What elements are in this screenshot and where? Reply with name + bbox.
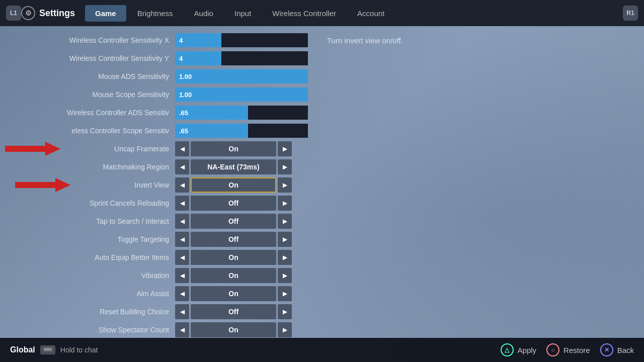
label-wc-scope: eless Controller Scope Sensitiv [4, 127, 175, 135]
tab-brightness[interactable]: Brightness [127, 5, 183, 22]
label-sprint-cancel: Sprint Cancels Reloading [4, 199, 175, 207]
main-content: Wireless Controller Sensitivity X 4 Wire… [0, 26, 644, 338]
restore-label: Restore [564, 346, 590, 354]
slider-wcs-x[interactable]: 4 [175, 33, 308, 47]
tab-input[interactable]: Input [224, 5, 261, 22]
apply-button[interactable]: △ Apply [501, 343, 537, 356]
arrow-left-uncap[interactable]: ◀ [175, 141, 189, 156]
label-show-spectator: Show Spectator Count [4, 326, 175, 334]
arrow-right-reset-building[interactable]: ▶ [278, 304, 292, 319]
row-show-spectator: Show Spectator Count ◀ On ▶ [0, 321, 312, 338]
label-tap-search: Tap to Search / Interact [4, 217, 175, 225]
settings-panel: Wireless Controller Sensitivity X 4 Wire… [0, 26, 312, 338]
global-label: Global [10, 345, 35, 354]
arrow-right-toggle-target[interactable]: ▶ [278, 232, 292, 247]
toggle-sprint-cancel: ◀ Off ▶ [175, 196, 292, 211]
hold-chat-text: Hold to chat [60, 346, 98, 354]
label-matchmaking: Matchmaking Region [4, 163, 175, 171]
row-wcs-x: Wireless Controller Sensitivity X 4 [0, 31, 312, 49]
arrow-right-sprint-cancel[interactable]: ▶ [278, 196, 292, 211]
chat-icon [40, 345, 55, 354]
chat-icon-svg [43, 347, 53, 353]
apply-label: Apply [518, 346, 537, 354]
label-auto-equip: Auto Equip Better Items [4, 253, 175, 261]
toggle-vibration: ◀ On ▶ [175, 268, 292, 283]
arrow-left-invert-view[interactable]: ◀ [175, 177, 189, 193]
toggle-invert-view: ◀ On ▶ [175, 177, 292, 193]
arrow-right-vibration[interactable]: ▶ [278, 268, 292, 283]
value-vibration: On [191, 268, 276, 283]
arrow-left-tap-search[interactable]: ◀ [175, 214, 189, 229]
arrow-left-matchmaking[interactable]: ◀ [175, 159, 189, 174]
row-mouse-ads: Mouse ADS Sensitivity 1.00 [0, 67, 312, 85]
bottom-left: Global Hold to chat [10, 345, 501, 354]
info-text: Turn invert view on/off. [327, 36, 629, 45]
arrow-left-auto-equip[interactable]: ◀ [175, 250, 189, 265]
label-wcs-y: Wireless Controller Sensitivity Y [4, 54, 175, 62]
toggle-auto-equip: ◀ On ▶ [175, 250, 292, 265]
slider-fill-wc-scope: .65 [175, 124, 248, 138]
app-logo: ⚙ Settings [21, 6, 75, 20]
l1-badge[interactable]: L1 [6, 6, 21, 21]
slider-fill-mouse-scope: 1.00 [175, 87, 308, 102]
top-nav: L1 ⚙ Settings Game Brightness Audio Inpu… [0, 0, 644, 26]
toggle-aim-assist: ◀ On ▶ [175, 286, 292, 301]
nav-tabs: Game Brightness Audio Input Wireless Con… [85, 5, 623, 22]
row-tap-search: Tap to Search / Interact ◀ Off ▶ [0, 212, 312, 230]
value-toggle-target: Off [191, 232, 276, 247]
back-button[interactable]: ✕ Back [600, 343, 634, 356]
slider-mouse-scope[interactable]: 1.00 [175, 87, 308, 102]
r1-badge[interactable]: R1 [623, 6, 638, 21]
slider-wc-ads[interactable]: .65 [175, 106, 308, 120]
arrow-right-tap-search[interactable]: ▶ [278, 214, 292, 229]
arrow-right-show-spectator[interactable]: ▶ [278, 322, 292, 337]
arrow-right-invert-view[interactable]: ▶ [278, 177, 292, 193]
label-wc-ads: Wireless Controller ADS Sensitiv [4, 109, 175, 117]
tab-wireless-controller[interactable]: Wireless Controller [262, 5, 346, 22]
arrow-left-toggle-target[interactable]: ◀ [175, 232, 189, 247]
circle-btn: ○ [546, 343, 559, 356]
arrow-left-sprint-cancel[interactable]: ◀ [175, 196, 189, 211]
value-aim-assist: On [191, 286, 276, 301]
restore-button[interactable]: ○ Restore [546, 343, 590, 356]
label-aim-assist: Aim Assist [4, 290, 175, 298]
arrow-left-vibration[interactable]: ◀ [175, 268, 189, 283]
label-mouse-ads: Mouse ADS Sensitivity [4, 72, 175, 80]
slider-mouse-ads[interactable]: 1.00 [175, 69, 308, 83]
value-invert-view: On [191, 177, 276, 193]
slider-fill-mouse-ads: 1.00 [175, 69, 308, 83]
slider-wcs-y[interactable]: 4 [175, 51, 308, 65]
label-reset-building: Reset Building Choice [4, 308, 175, 316]
bottom-bar: Global Hold to chat △ Apply ○ Restore [0, 338, 644, 362]
slider-fill-wcs-y: 4 [175, 51, 221, 65]
arrow-left-aim-assist[interactable]: ◀ [175, 286, 189, 301]
toggle-uncap: ◀ On ▶ [175, 141, 292, 156]
row-wc-ads: Wireless Controller ADS Sensitiv .65 [0, 104, 312, 122]
row-matchmaking: Matchmaking Region ◀ NA-East (73ms) ▶ [0, 158, 312, 176]
cross-btn: ✕ [600, 343, 613, 356]
tab-game[interactable]: Game [85, 5, 126, 22]
arrow-right-uncap[interactable]: ▶ [278, 141, 292, 156]
label-toggle-target: Toggle Targeting [4, 235, 175, 243]
arrow-right-matchmaking[interactable]: ▶ [278, 159, 292, 174]
toggle-matchmaking: ◀ NA-East (73ms) ▶ [175, 159, 292, 174]
arrow-left-reset-building[interactable]: ◀ [175, 304, 189, 319]
slider-wc-scope[interactable]: .65 [175, 124, 308, 138]
row-auto-equip: Auto Equip Better Items ◀ On ▶ [0, 248, 312, 266]
toggle-toggle-target: ◀ Off ▶ [175, 232, 292, 247]
toggle-reset-building: ◀ Off ▶ [175, 304, 292, 319]
arrow-right-auto-equip[interactable]: ▶ [278, 250, 292, 265]
row-wc-scope: eless Controller Scope Sensitiv .65 [0, 122, 312, 140]
red-arrow-invert [15, 178, 70, 192]
arrow-right-aim-assist[interactable]: ▶ [278, 286, 292, 301]
svg-rect-3 [44, 348, 52, 351]
value-tap-search: Off [191, 214, 276, 229]
tab-account[interactable]: Account [347, 5, 394, 22]
row-wcs-y: Wireless Controller Sensitivity Y 4 [0, 49, 312, 67]
value-sprint-cancel: Off [191, 196, 276, 211]
svg-marker-0 [5, 142, 60, 156]
bottom-right: △ Apply ○ Restore ✕ Back [501, 343, 634, 356]
arrow-left-show-spectator[interactable]: ◀ [175, 322, 189, 337]
tab-audio[interactable]: Audio [184, 5, 223, 22]
value-uncap: On [191, 141, 276, 156]
